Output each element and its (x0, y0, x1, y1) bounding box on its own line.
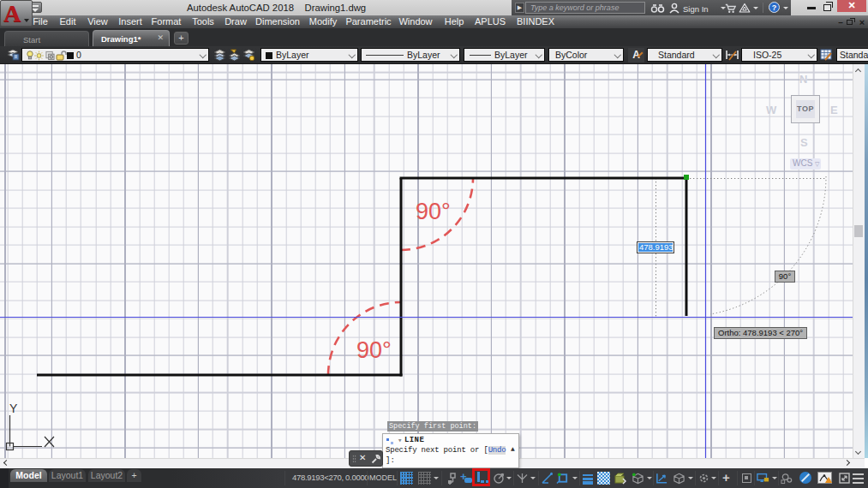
svg-text:90°: 90° (356, 337, 392, 363)
svg-text:90°: 90° (416, 199, 451, 224)
svg-text:Y: Y (9, 402, 18, 415)
